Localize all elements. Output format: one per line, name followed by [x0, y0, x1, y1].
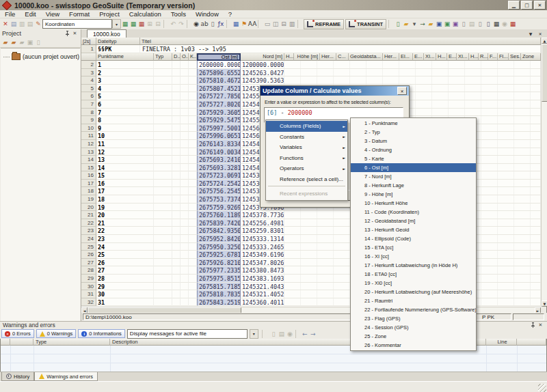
cell-nord[interactable]: 1245349.6196 — [241, 251, 284, 259]
scroll-down-icon[interactable]: ▼ — [542, 300, 547, 307]
cell-typ[interactable] — [154, 61, 172, 69]
cell-nord[interactable]: 1245360.4011 — [241, 298, 284, 307]
maximize-icon[interactable]: □ — [521, 1, 533, 10]
cell-ost[interactable]: 2600000.0000 — [197, 61, 241, 69]
row-number[interactable]: 3 — [81, 69, 96, 77]
cell-datum[interactable] — [172, 251, 181, 259]
col-header-fl[interactable]: Fl... — [498, 53, 509, 61]
cell-ordnung[interactable] — [181, 187, 189, 195]
cell-ordnung[interactable] — [181, 180, 189, 188]
cell-punktname[interactable]: 6 — [96, 100, 154, 109]
paste-icon[interactable]: ▥ — [18, 20, 26, 29]
table-icon[interactable]: ▦ — [232, 20, 240, 29]
cell-karte[interactable] — [189, 219, 197, 227]
row-number[interactable]: 24 — [81, 235, 96, 243]
print-icon[interactable]: ▤ — [26, 20, 34, 29]
delete-row-icon[interactable]: ▦ — [137, 20, 146, 29]
submenu-item-13[interactable]: 13 - Herkunft Geoid — [351, 225, 476, 234]
cell-punktname[interactable]: 3 — [96, 76, 154, 85]
row-number[interactable]: 29 — [81, 275, 96, 283]
cell-punktname[interactable]: 19 — [96, 204, 154, 212]
warnings-filter-button[interactable]: 0 Warnings — [36, 329, 77, 338]
printer-icon[interactable]: ▦ — [492, 20, 501, 29]
cell-typ[interactable] — [154, 243, 172, 251]
menu-format[interactable]: Format — [64, 10, 94, 18]
bottom-tab-history[interactable]: History — [1, 372, 34, 381]
message-filter-combo[interactable]: Display messages for active file — [127, 329, 248, 339]
cell-ordnung[interactable] — [181, 124, 189, 132]
cell-typ[interactable] — [154, 109, 172, 117]
cell-ordnung[interactable] — [181, 132, 189, 140]
cell-typ[interactable] — [154, 219, 172, 227]
cell-punktname[interactable]: 2 — [96, 69, 154, 77]
cell-typ[interactable] — [154, 266, 172, 275]
col-header-f[interactable]: F... — [488, 53, 498, 61]
cell-typ[interactable] — [154, 116, 172, 124]
cell-datum[interactable] — [172, 124, 181, 132]
cell-punktname[interactable]: 30 — [96, 290, 154, 298]
submenu-item-3[interactable]: 3 - Datum — [351, 137, 476, 145]
cell-ost[interactable]: 2675929.5475 — [197, 116, 241, 124]
col-header-her[interactable]: Her... — [320, 53, 336, 61]
cell-datum[interactable] — [172, 140, 181, 148]
cell-datum[interactable] — [172, 275, 181, 283]
cell-karte[interactable] — [189, 171, 197, 180]
pin-icon[interactable] — [529, 322, 537, 328]
cell-datum[interactable] — [172, 298, 181, 307]
delete-icon[interactable]: ✕ — [1, 20, 10, 29]
cell-karte[interactable] — [189, 298, 197, 307]
submenu-item-14[interactable]: 14 - Ellipsoid (Code) — [351, 234, 476, 243]
goto-icon[interactable]: ▯ — [209, 20, 217, 29]
save-all-icon[interactable]: ▣ — [451, 20, 459, 29]
grid-col-blank0[interactable] — [1, 339, 10, 346]
col-header-ses[interactable]: Ses... — [509, 53, 521, 61]
cell-typ[interactable] — [154, 76, 172, 85]
web-icon[interactable]: ◉ — [501, 20, 509, 29]
cell-typ[interactable] — [154, 235, 172, 243]
cell-ordnung[interactable] — [181, 61, 189, 69]
cell-ordnung[interactable] — [181, 298, 189, 307]
cell-datum[interactable] — [172, 109, 181, 117]
cell-punktname[interactable]: 21 — [96, 219, 154, 227]
submenu-item-15[interactable]: 15 - ETA [cc] — [351, 243, 476, 252]
preview-icon[interactable]: ▯ — [484, 20, 492, 29]
submenu-item-6[interactable]: 6 - Ost [m] — [351, 163, 476, 172]
cell-punktname[interactable]: 9 — [96, 124, 154, 132]
cell-ost[interactable]: 2675753.7374 — [197, 195, 241, 204]
cell-punktname[interactable]: 15 — [96, 171, 154, 180]
tab-list-icon[interactable]: ▼ — [526, 30, 535, 37]
cell-datum[interactable] — [172, 92, 181, 100]
copy-file-icon[interactable]: ▤ — [468, 20, 476, 29]
cell-nord[interactable]: 1245259.8301 — [241, 227, 284, 235]
open-folder-icon[interactable]: ▰ — [402, 20, 410, 29]
dialog-close-icon[interactable]: ✕ — [397, 87, 407, 95]
cell-typ[interactable] — [154, 92, 172, 100]
cell-punktname[interactable]: 22 — [96, 227, 154, 235]
cell-typ[interactable] — [154, 132, 172, 140]
cell-karte[interactable] — [189, 243, 197, 251]
row-number[interactable]: 12 — [81, 140, 96, 148]
col-header-e[interactable]: E... — [413, 53, 424, 61]
cell-ost[interactable]: 2675756.2545 — [197, 187, 241, 195]
menu-[interactable]: ? — [224, 10, 237, 18]
cell-ost[interactable]: 2675926.8210 — [197, 259, 241, 267]
cell-nord[interactable]: 1245383.1693 — [241, 275, 284, 283]
save-icon[interactable]: ▣ — [435, 20, 443, 29]
cell-ordnung[interactable] — [181, 69, 189, 77]
row-number[interactable]: 15 — [81, 164, 96, 172]
pen-icon[interactable]: ✎ — [34, 20, 42, 29]
cell-ost[interactable]: 2675842.9350 — [197, 227, 241, 235]
cell-ordnung[interactable] — [181, 171, 189, 180]
cell-karte[interactable] — [189, 235, 197, 243]
cell-karte[interactable] — [189, 251, 197, 259]
transint-button[interactable]: TRANSINT — [345, 19, 386, 29]
cell-ordnung[interactable] — [181, 219, 189, 227]
import-icon[interactable]: → — [418, 20, 427, 29]
cell-punktname[interactable]: 5 — [96, 92, 154, 100]
row-number[interactable]: 4 — [81, 76, 96, 85]
col-header-el[interactable]: El... — [399, 53, 413, 61]
cell-ordnung[interactable] — [181, 204, 189, 212]
cell-datum[interactable] — [172, 243, 181, 251]
row-number[interactable]: 22 — [81, 219, 96, 227]
cell-karte[interactable] — [189, 76, 197, 85]
